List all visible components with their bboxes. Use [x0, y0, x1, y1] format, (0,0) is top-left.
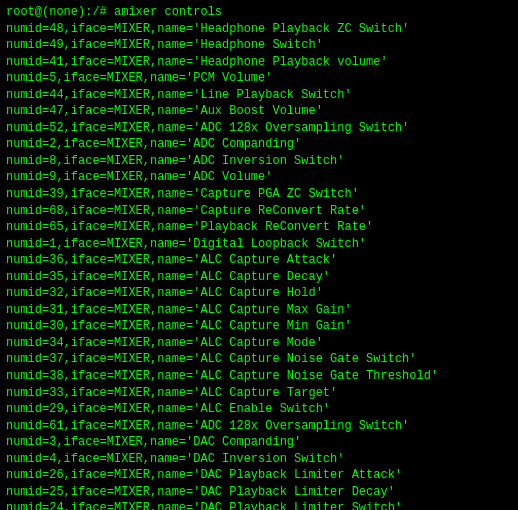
- terminal-line: numid=41,iface=MIXER,name='Headphone Pla…: [6, 54, 512, 71]
- terminal-line: numid=25,iface=MIXER,name='DAC Playback …: [6, 484, 512, 501]
- terminal-line: numid=9,iface=MIXER,name='ADC Volume': [6, 169, 512, 186]
- terminal-line: numid=35,iface=MIXER,name='ALC Capture D…: [6, 269, 512, 286]
- terminal-line: numid=37,iface=MIXER,name='ALC Capture N…: [6, 351, 512, 368]
- terminal-line: numid=2,iface=MIXER,name='ADC Companding…: [6, 136, 512, 153]
- terminal-line: numid=39,iface=MIXER,name='Capture PGA Z…: [6, 186, 512, 203]
- terminal-line: numid=26,iface=MIXER,name='DAC Playback …: [6, 467, 512, 484]
- terminal-line: numid=5,iface=MIXER,name='PCM Volume': [6, 70, 512, 87]
- terminal-window: root@(none):/# amixer controlsnumid=48,i…: [0, 0, 518, 510]
- terminal-line: numid=48,iface=MIXER,name='Headphone Pla…: [6, 21, 512, 38]
- terminal-line: numid=31,iface=MIXER,name='ALC Capture M…: [6, 302, 512, 319]
- terminal-line: numid=29,iface=MIXER,name='ALC Enable Sw…: [6, 401, 512, 418]
- terminal-line: numid=68,iface=MIXER,name='Capture ReCon…: [6, 203, 512, 220]
- terminal-line: numid=38,iface=MIXER,name='ALC Capture N…: [6, 368, 512, 385]
- terminal-line: numid=36,iface=MIXER,name='ALC Capture A…: [6, 252, 512, 269]
- terminal-line: numid=24,iface=MIXER,name='DAC Playback …: [6, 500, 512, 510]
- terminal-line: numid=52,iface=MIXER,name='ADC 128x Over…: [6, 120, 512, 137]
- terminal-line: numid=34,iface=MIXER,name='ALC Capture M…: [6, 335, 512, 352]
- terminal-line: numid=47,iface=MIXER,name='Aux Boost Vol…: [6, 103, 512, 120]
- terminal-line: numid=4,iface=MIXER,name='DAC Inversion …: [6, 451, 512, 468]
- terminal-line: numid=30,iface=MIXER,name='ALC Capture M…: [6, 318, 512, 335]
- terminal-line: numid=8,iface=MIXER,name='ADC Inversion …: [6, 153, 512, 170]
- terminal-line: numid=44,iface=MIXER,name='Line Playback…: [6, 87, 512, 104]
- terminal-line: numid=32,iface=MIXER,name='ALC Capture H…: [6, 285, 512, 302]
- terminal-line: numid=61,iface=MIXER,name='ADC 128x Over…: [6, 418, 512, 435]
- terminal-line: numid=33,iface=MIXER,name='ALC Capture T…: [6, 385, 512, 402]
- terminal-line: numid=1,iface=MIXER,name='Digital Loopba…: [6, 236, 512, 253]
- terminal-line: numid=49,iface=MIXER,name='Headphone Swi…: [6, 37, 512, 54]
- terminal-line: root@(none):/# amixer controls: [6, 4, 512, 21]
- terminal-line: numid=3,iface=MIXER,name='DAC Companding…: [6, 434, 512, 451]
- terminal-line: numid=65,iface=MIXER,name='Playback ReCo…: [6, 219, 512, 236]
